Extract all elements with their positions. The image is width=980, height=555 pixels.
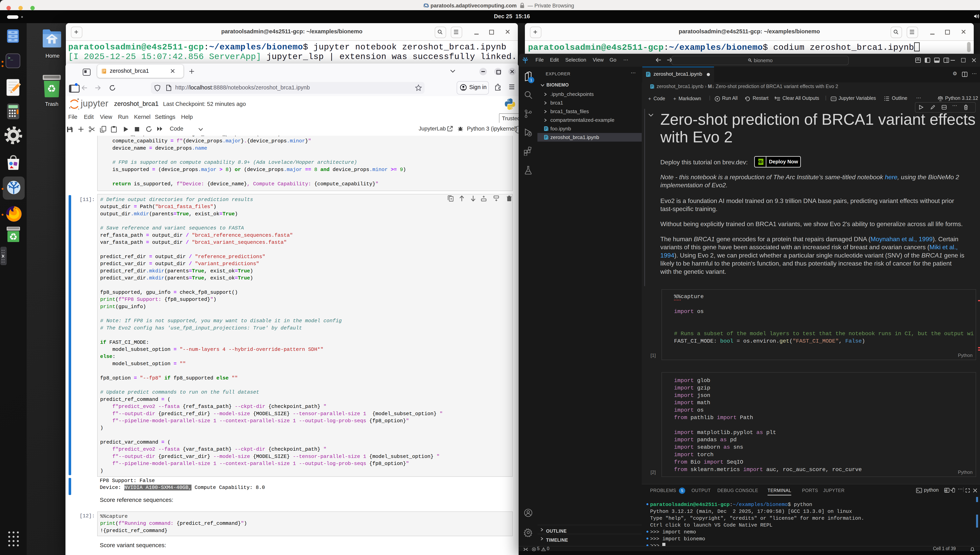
svg-text:♻: ♻ — [9, 232, 18, 242]
svg-text:>_: >_ — [8, 55, 13, 60]
svg-text:♻: ♻ — [47, 83, 56, 94]
